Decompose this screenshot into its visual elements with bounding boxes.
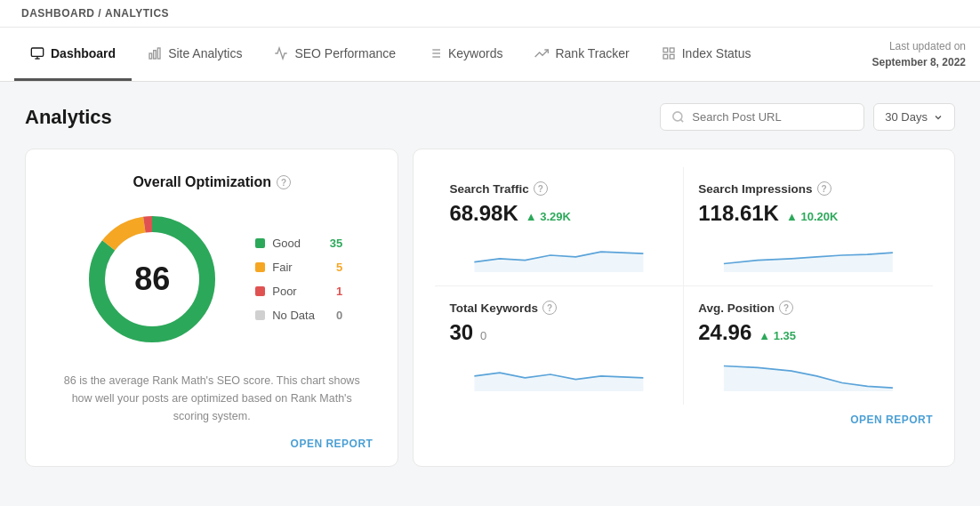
legend-label-fair: Fair [272,261,292,274]
header-controls: 30 Days [660,103,955,131]
tab-seo-performance[interactable]: SEO Performance [258,28,412,81]
optimization-card: Overall Optimization ? [25,149,398,467]
stat-avg-position: Avg. Position ? 24.96 ▲ 1.35 [684,286,933,405]
legend-fair: Fair 5 [255,261,342,274]
stats-card: Search Traffic ? 68.98K ▲ 3.29K [413,149,955,467]
breadcrumb-root[interactable]: DASHBOARD [21,7,95,20]
stat-total-keywords: Total Keywords ? 30 0 [435,286,684,405]
monitor-icon [30,46,44,60]
stat-total-keywords-label: Total Keywords ? [449,301,669,315]
opt-description: 86 is the average Rank Math's SEO score.… [51,372,373,425]
donut-chart: 86 [81,208,223,350]
days-dropdown-label: 30 Days [885,110,928,124]
svg-rect-0 [31,48,43,56]
list-icon [428,46,442,60]
days-dropdown[interactable]: 30 Days [873,103,955,131]
tab-keywords-label: Keywords [448,46,502,60]
search-impressions-info-icon[interactable]: ? [817,181,831,196]
stat-search-traffic-label: Search Traffic ? [449,181,669,196]
legend-dot-fair [255,262,265,272]
stat-avg-position-value: 24.96 ▲ 1.35 [698,320,919,345]
total-keywords-info-icon[interactable]: ? [542,301,557,315]
stats-grid: Search Traffic ? 68.98K ▲ 3.29K [435,167,933,405]
stats-footer: OPEN REPORT [435,405,933,426]
total-keywords-chart [449,357,669,391]
svg-marker-25 [724,366,893,392]
avg-position-info-icon[interactable]: ? [779,301,793,315]
cards-row: Overall Optimization ? [25,149,955,467]
tab-dashboard[interactable]: Dashboard [14,28,132,81]
avg-position-chart [698,357,919,391]
stat-avg-position-label: Avg. Position ? [698,301,919,315]
legend-label-nodata: No Data [272,309,315,322]
opt-legend: Good 35 Fair 5 Poor [255,237,342,322]
tab-rank-tracker-label: Rank Tracker [555,46,629,60]
tab-dashboard-label: Dashboard [51,46,116,60]
stat-search-traffic-value: 68.98K ▲ 3.29K [449,201,669,226]
page-header: Analytics 30 Days [25,103,955,131]
svg-rect-4 [154,50,157,58]
legend-count-good: 35 [330,237,342,250]
svg-rect-14 [670,54,674,59]
stat-search-impressions-value: 118.61K ▲ 10.20K [698,201,919,226]
svg-rect-13 [670,48,674,52]
tab-index-status[interactable]: Index Status [646,28,767,81]
legend-label-good: Good [272,237,301,250]
legend-dot-good [255,238,265,248]
svg-marker-22 [475,252,644,272]
stat-search-impressions-delta: ▲ 10.20K [786,210,838,223]
stat-avg-position-delta: ▲ 1.35 [759,329,796,342]
svg-line-17 [681,119,684,122]
stat-search-traffic: Search Traffic ? 68.98K ▲ 3.29K [435,167,684,286]
stat-search-traffic-delta: ▲ 3.29K [526,210,571,223]
svg-point-16 [673,112,682,121]
chevron-down-icon [933,112,944,123]
search-traffic-info-icon[interactable]: ? [534,181,548,196]
opt-info-icon[interactable]: ? [277,175,291,189]
legend-good: Good 35 [255,237,342,250]
opt-open-report[interactable]: OPEN REPORT [291,438,374,450]
opt-score: 86 [134,261,170,298]
last-updated-date: September 8, 2022 [872,54,966,70]
search-traffic-chart [449,238,669,272]
tab-seo-performance-label: SEO Performance [294,46,396,60]
page-content: Analytics 30 Days Overall Optimization ? [0,82,980,488]
stat-total-keywords-value: 30 0 [449,320,669,345]
stat-total-keywords-delta: 0 [480,329,486,342]
search-input[interactable] [692,110,853,124]
svg-marker-23 [724,253,893,272]
legend-poor: Poor 1 [255,285,342,298]
legend-count-poor: 1 [336,285,342,298]
bar-chart-icon [148,46,162,60]
rank-tracker-icon [534,46,549,60]
legend-count-nodata: 0 [336,309,342,322]
tab-rank-tracker[interactable]: Rank Tracker [518,28,645,81]
breadcrumb-separator: / [98,7,101,20]
chart-line-icon [274,46,288,60]
tab-index-status-label: Index Status [682,46,751,60]
search-icon [671,110,685,124]
page-title: Analytics [25,106,112,129]
search-impressions-chart [698,238,919,272]
breadcrumb-current: ANALYTICS [105,7,169,20]
tab-site-analytics[interactable]: Site Analytics [132,28,258,81]
breadcrumb: DASHBOARD / ANALYTICS [0,0,980,28]
nav-bar: Dashboard Site Analytics SEO Performance… [0,28,980,82]
opt-body: 86 Good 35 Fair [81,208,342,350]
svg-rect-12 [663,48,668,52]
nav-tabs: Dashboard Site Analytics SEO Performance… [14,28,767,81]
svg-rect-15 [663,54,668,59]
legend-label-poor: Poor [272,285,296,298]
tab-site-analytics-label: Site Analytics [168,46,242,60]
stats-open-report[interactable]: OPEN REPORT [850,414,933,426]
last-updated-label: Last updated on [889,40,966,52]
stat-search-impressions: Search Impressions ? 118.61K ▲ 10.20K [684,167,933,286]
svg-rect-3 [149,53,152,59]
tab-keywords[interactable]: Keywords [412,28,518,81]
svg-rect-5 [157,48,160,59]
nav-meta: Last updated on September 8, 2022 [872,28,966,81]
grid-icon [662,46,676,60]
search-box[interactable] [660,103,864,131]
stat-search-impressions-label: Search Impressions ? [698,181,919,196]
opt-title: Overall Optimization ? [133,174,291,190]
